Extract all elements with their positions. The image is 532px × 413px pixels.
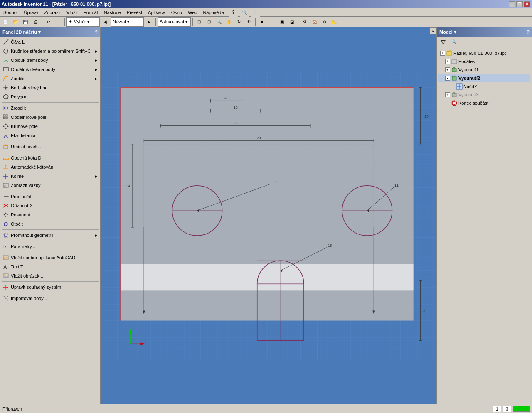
panel-item-move[interactable]: Posunout <box>0 210 100 219</box>
open-btn[interactable]: 📂 <box>11 17 20 27</box>
canvas-area[interactable]: ✕ <box>101 27 436 404</box>
tree-expander-pocatek[interactable]: + <box>445 59 450 64</box>
wireframe-btn[interactable]: □ <box>267 17 276 27</box>
panel-item-offset[interactable]: Ekvidistanta <box>0 131 100 140</box>
panel-item-rotate[interactable]: Otočit <box>0 219 100 229</box>
save-btn[interactable]: 💾 <box>21 17 30 27</box>
panel-item-param[interactable]: fx Parametry... <box>0 242 100 251</box>
pan-btn[interactable]: ✋ <box>224 17 234 27</box>
tree-item-vysunut3[interactable]: + Vysunutí3 <box>438 91 530 99</box>
svg-text:c: c <box>4 184 6 188</box>
svg-point-53 <box>7 300 8 301</box>
menu-aplikace[interactable]: Aplikace <box>145 9 168 16</box>
tree-expander-root[interactable]: + <box>440 51 445 56</box>
nav-next[interactable]: ▶ <box>145 17 154 27</box>
tree-icon-vysunut3 <box>451 91 458 98</box>
tree-item-konec[interactable]: Konec součásti <box>438 99 530 107</box>
tree-expander-vysunut2[interactable]: - <box>445 76 450 81</box>
menu-soubor[interactable]: Soubor <box>1 9 20 16</box>
panel-item-coordsys[interactable]: Upravit souřadný systém <box>0 283 100 292</box>
help-icon-btn[interactable]: ? <box>229 8 238 17</box>
orbit-btn[interactable]: ↻ <box>234 17 244 27</box>
navrat-dropdown[interactable]: Návrat ▾ <box>111 17 144 27</box>
panel-item-circarray[interactable]: Kruhové pole <box>0 122 100 131</box>
tree-item-pocatek[interactable]: + Počátek <box>438 57 530 66</box>
navrat-label: Návrat ▾ <box>113 19 130 25</box>
panel-item-collinear[interactable]: Kolmé ▸ <box>0 172 100 181</box>
status-right: 1 3 <box>493 406 530 412</box>
panel-item-extend[interactable]: Prodloužit <box>0 192 100 201</box>
edge-btn[interactable]: ▣ <box>277 17 286 27</box>
canvas-close-button[interactable]: ✕ <box>430 27 436 34</box>
nav-prev[interactable]: ◀ <box>101 17 110 27</box>
zoom-in-btn[interactable]: 🔍 <box>214 17 224 27</box>
svg-text:11: 11 <box>274 180 278 184</box>
panel-item-line[interactable]: Čára L <box>0 37 100 47</box>
panel-item-rectarray[interactable]: Obdélníkové pole <box>0 113 100 122</box>
tree-item-vysunut2[interactable]: - Vysunutí2 <box>438 74 530 82</box>
shading-btn[interactable]: ■ <box>257 17 266 27</box>
panel-item-mirror[interactable]: Zrcadlit <box>0 103 100 113</box>
minimize-button[interactable]: _ <box>509 1 515 7</box>
panel-item-dim[interactable]: Obecná kóta D <box>0 153 100 162</box>
zoom-window-btn[interactable]: ⊡ <box>204 17 214 27</box>
aktualizovat-dropdown[interactable]: Aktualizovat ▾ <box>158 17 191 27</box>
svg-text:20: 20 <box>422 309 426 313</box>
menu-upravy[interactable]: Úpravy <box>21 9 41 16</box>
look-btn[interactable]: 👁 <box>244 17 254 27</box>
panel-item-autocad[interactable]: AC Vložit soubor aplikace AutoCAD <box>0 253 100 262</box>
panel-item-arc[interactable]: Oblouk třemi body ▸ <box>0 56 100 65</box>
panel-item-fillet[interactable]: Zaoblit ▸ <box>0 74 100 83</box>
tree-item-vysunut1[interactable]: + Vysunutí1 <box>438 66 530 74</box>
panel-item-autodim[interactable]: Automatické kótování <box>0 162 100 172</box>
print-btn[interactable]: 🖨 <box>31 17 40 27</box>
model-help-icon[interactable]: ? <box>527 30 530 34</box>
panel-item-polygon[interactable]: Polygon <box>0 92 100 101</box>
select-dropdown[interactable]: ✦ Výběr ▾ <box>66 17 100 27</box>
menu-format[interactable]: Formát <box>81 9 101 16</box>
panel-item-rect[interactable]: Obdélník dvěma body ▸ <box>0 65 100 74</box>
view-btn[interactable]: ⚙ <box>300 17 309 27</box>
menu-zobrazit[interactable]: Zobrazit <box>42 9 63 16</box>
model-filter-btn[interactable]: ▽ <box>438 37 448 47</box>
panel-item-place[interactable]: Umístit prvek... <box>0 142 100 151</box>
panel-items: Čára L Kružnice středem a poloměrem Shif… <box>0 37 100 404</box>
panel-item-showconst[interactable]: c Zobrazit vazby <box>0 181 100 190</box>
menu-okno[interactable]: Okno <box>169 9 185 16</box>
panel-item-points[interactable]: Importovat body... <box>0 294 100 303</box>
menu-prevest[interactable]: Převést <box>124 9 145 16</box>
tree-item-root[interactable]: + Pázler, 650-01-000, p7.ipt <box>438 49 530 57</box>
svg-text:AC: AC <box>4 257 8 260</box>
panel-item-image[interactable]: Vložit obrázek... <box>0 271 100 280</box>
zoom-extents-btn[interactable]: ⊞ <box>195 17 204 27</box>
circarray-icon <box>2 123 9 130</box>
redo-btn[interactable]: ↪ <box>54 17 63 27</box>
restore-button[interactable]: ❐ <box>516 1 523 7</box>
measure-btn[interactable]: 📐 <box>330 17 339 27</box>
new-btn[interactable]: 📄 <box>1 17 10 27</box>
sep1 <box>2 102 99 103</box>
model-search-btn[interactable]: 🔍 <box>449 37 458 47</box>
panel-item-trim[interactable]: Oříznout X <box>0 201 100 210</box>
panel-item-text[interactable]: A Text T <box>0 262 100 271</box>
extra-btn[interactable]: ⊛ <box>320 17 329 27</box>
menu-vlozit[interactable]: Vložit <box>64 9 80 16</box>
panel-item-project[interactable]: Promítnout geometrii ▸ <box>0 231 100 240</box>
menu-nastroje[interactable]: Nástroje <box>101 9 123 16</box>
help-search-btn[interactable]: 🔍 <box>240 8 249 17</box>
shadow-btn[interactable]: ◪ <box>287 17 296 27</box>
panel-item-point[interactable]: Bod, středový bod <box>0 83 100 92</box>
menu-napoveda[interactable]: Nápověda <box>200 9 226 16</box>
tree-item-nacrt2[interactable]: Náčrt2 <box>438 82 530 91</box>
panel-help-icon[interactable]: ? <box>95 30 98 34</box>
close-button[interactable]: ✕ <box>524 1 530 7</box>
undo-btn[interactable]: ↩ <box>44 17 53 27</box>
tree-expander-vysunut1[interactable]: + <box>445 67 450 72</box>
plus-btn[interactable]: + <box>251 8 260 17</box>
menu-web[interactable]: Web <box>185 9 200 16</box>
svg-point-14 <box>7 126 9 127</box>
home-btn[interactable]: 🏠 <box>310 17 319 27</box>
svg-line-0 <box>3 39 8 44</box>
tree-expander-vysunut3[interactable]: + <box>445 92 450 97</box>
panel-item-circle[interactable]: Kružnice středem a poloměrem Shift+C ▸ <box>0 47 100 56</box>
